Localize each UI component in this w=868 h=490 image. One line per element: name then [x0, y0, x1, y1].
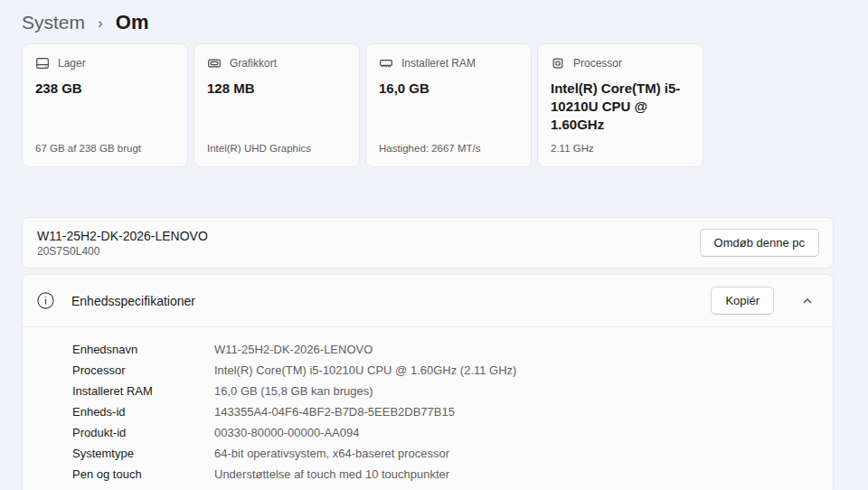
spec-row-device-id: Enheds-id 143355A4-04F6-4BF2-B7D8-5EEB2D…: [23, 401, 833, 422]
breadcrumb-separator-icon: ›: [98, 14, 103, 33]
storage-icon: [35, 56, 50, 71]
info-icon: [37, 292, 54, 309]
spec-row-installed-ram: Installeret RAM 16,0 GB (15,8 GB kan bru…: [23, 381, 833, 401]
ram-card-title: Installeret RAM: [401, 57, 476, 70]
spec-row-pen-touch: Pen og touch Understøttelse af touch med…: [23, 464, 833, 485]
spec-row-system-type: Systemtype 64-bit operativsystem, x64-ba…: [23, 443, 833, 464]
storage-card-footer: 67 GB af 238 GB brugt: [35, 143, 175, 154]
graphics-card-footer: Intel(R) UHD Graphics: [207, 143, 346, 154]
ram-icon: [379, 56, 393, 71]
spec-row-product-id: Produkt-id 00330-80000-00000-AA094: [23, 422, 833, 443]
storage-card: Lager 238 GB 67 GB af 238 GB brugt: [22, 43, 188, 167]
device-specifications-table: Enhedsnavn W11-25H2-DK-2026-LENOVO Proce…: [23, 327, 833, 490]
ram-card: Installeret RAM 16,0 GB Hastighed: 2667 …: [365, 43, 532, 167]
ram-card-value: 16,0 GB: [379, 80, 518, 98]
processor-card-value: Intel(R) Core(TM) i5-10210U CPU @ 1.60GH…: [551, 80, 690, 134]
breadcrumb: System › Om: [22, 0, 868, 43]
ram-card-footer: Hastighed: 2667 MT/s: [379, 143, 518, 154]
breadcrumb-system[interactable]: System: [22, 12, 85, 33]
processor-card-title: Processor: [573, 57, 622, 70]
device-model: 20S7S0L400: [37, 245, 208, 258]
processor-card-footer: 2.11 GHz: [551, 143, 690, 154]
graphics-card-value: 128 MB: [207, 80, 346, 98]
summary-cards: Lager 238 GB 67 GB af 238 GB brugt Grafi…: [22, 43, 868, 167]
cpu-icon: [551, 56, 565, 71]
copy-button[interactable]: Kopiér: [711, 287, 774, 315]
device-specifications-expander[interactable]: Enhedsspecifikationer Kopiér: [23, 275, 833, 326]
storage-card-value: 238 GB: [35, 80, 175, 98]
graphics-card-title: Grafikkort: [230, 57, 277, 70]
device-specifications-panel: Enhedsspecifikationer Kopiér Enhedsnavn …: [22, 274, 834, 490]
page-title: Om: [116, 11, 149, 34]
gpu-icon: [207, 56, 222, 71]
processor-card: Processor Intel(R) Core(TM) i5-10210U CP…: [537, 43, 703, 167]
spec-row-processor: Processor Intel(R) Core(TM) i5-10210U CP…: [23, 360, 833, 381]
device-specifications-title: Enhedsspecifikationer: [71, 294, 195, 308]
device-name: W11-25H2-DK-2026-LENOVO: [37, 229, 208, 243]
storage-card-title: Lager: [58, 57, 86, 70]
chevron-up-icon[interactable]: [797, 291, 817, 311]
rename-pc-button[interactable]: Omdøb denne pc: [700, 229, 819, 257]
graphics-card: Grafikkort 128 MB Intel(R) UHD Graphics: [193, 43, 360, 167]
device-name-panel: W11-25H2-DK-2026-LENOVO 20S7S0L400 Omdøb…: [22, 217, 834, 269]
spec-row-device-name: Enhedsnavn W11-25H2-DK-2026-LENOVO: [23, 339, 833, 360]
settings-about-page: System › Om Lager 238 GB 67 GB af 238 GB…: [0, 0, 868, 490]
